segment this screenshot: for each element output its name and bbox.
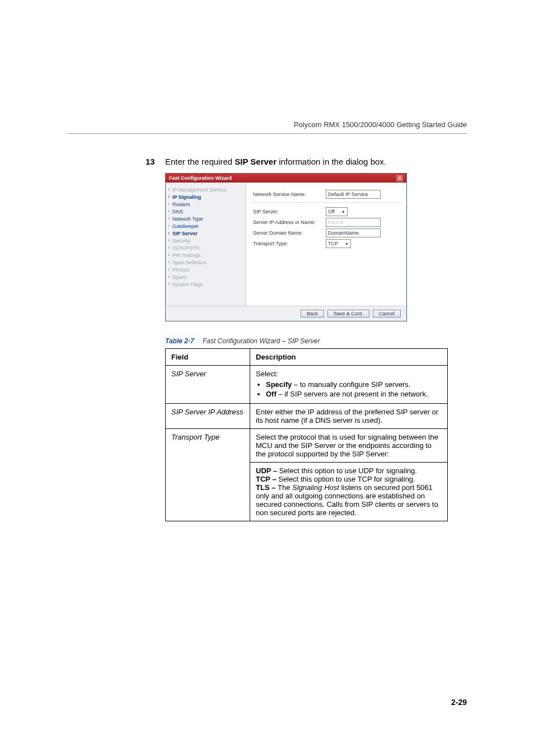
row1-field: SIP Server bbox=[166, 366, 250, 404]
step-instruction: Enter the required SIP Server informatio… bbox=[165, 157, 467, 166]
svc-name-input[interactable]: Default IP Service bbox=[326, 190, 381, 199]
row3-desc: Select the protocol that is used for sig… bbox=[250, 429, 448, 463]
nav-span-def[interactable]: Span Definition bbox=[168, 259, 243, 266]
cancel-button[interactable]: Cancel bbox=[373, 310, 401, 318]
step-text-post: information in the dialog box. bbox=[277, 157, 386, 166]
nav-sip-server[interactable]: SIP Server bbox=[168, 230, 243, 237]
nav-isdn[interactable]: ISDN/PSTN bbox=[168, 244, 243, 251]
row2-field: SIP Server IP Address bbox=[166, 404, 250, 429]
sip-server-select[interactable]: Off▼ bbox=[326, 207, 348, 216]
nav-security[interactable]: Security bbox=[168, 237, 243, 244]
nav-ip-mgmt[interactable]: IP Management Service bbox=[168, 186, 243, 193]
header-divider bbox=[67, 133, 467, 134]
nav-gatekeeper[interactable]: Gatekeeper bbox=[168, 222, 243, 230]
row1-select: Select: bbox=[256, 370, 278, 378]
row3-field: Transport Type bbox=[166, 429, 250, 521]
table-caption: Table 2-7 Fast Configuration Wizard – SI… bbox=[165, 337, 467, 345]
transport-select[interactable]: TCP▼ bbox=[326, 239, 351, 248]
transport-value: TCP bbox=[328, 241, 338, 246]
row3-tls-b: TLS – bbox=[256, 483, 278, 492]
row3-udp-b: UDP – bbox=[256, 466, 279, 475]
chevron-down-icon: ▼ bbox=[345, 242, 349, 246]
row1-specify-b: Specify bbox=[266, 380, 292, 389]
row3-tcp-b: TCP – bbox=[256, 475, 278, 483]
nav-ip-signaling[interactable]: IP Signaling bbox=[168, 193, 243, 200]
wizard-main: Network Service Name: Default IP Service… bbox=[246, 183, 406, 306]
nav-routers[interactable]: Routers bbox=[168, 200, 243, 208]
nav-dns[interactable]: DNS bbox=[168, 208, 243, 215]
nav-phones[interactable]: Phones bbox=[168, 266, 243, 273]
wizard-footer: Back Save & Cont. Cancel bbox=[166, 306, 406, 321]
header-guide-title: Polycom RMX 1500/2000/4000 Getting Start… bbox=[294, 120, 467, 129]
row1-off-b: Off bbox=[266, 390, 277, 398]
step-text-bold: SIP Server bbox=[235, 157, 277, 166]
sip-server-value: Off bbox=[328, 209, 335, 214]
wizard-nav: IP Management Service IP Signaling Route… bbox=[166, 183, 246, 306]
th-field: Field bbox=[166, 349, 250, 366]
row1-off-rest: – if SIP servers are not present in the … bbox=[277, 390, 428, 398]
page-number: 2-29 bbox=[451, 698, 467, 707]
row3-protocols: UDP – Select this option to use UDP for … bbox=[250, 463, 448, 521]
domain-label: Server Domain Name: bbox=[253, 230, 326, 236]
save-continue-button[interactable]: Save & Cont. bbox=[327, 310, 369, 318]
server-ip-input[interactable]: 0.0.0.0 bbox=[326, 218, 381, 227]
nav-network-type[interactable]: Network Type bbox=[168, 215, 243, 222]
close-icon[interactable]: × bbox=[396, 175, 403, 181]
row1-off: Off – if SIP servers are not present in … bbox=[266, 390, 442, 398]
row2-desc: Enter either the IP address of the prefe… bbox=[250, 404, 448, 429]
step-text-pre: Enter the required bbox=[165, 157, 235, 166]
wizard-titlebar: Fast Configuration Wizard × bbox=[166, 174, 406, 183]
chevron-down-icon: ▼ bbox=[341, 210, 345, 214]
nav-system-flags[interactable]: System Flags bbox=[168, 281, 243, 288]
step-number: 13 bbox=[146, 157, 155, 166]
server-ip-label: Server IP Address or Name: bbox=[253, 220, 326, 225]
back-button[interactable]: Back bbox=[301, 310, 324, 318]
table-caption-number: Table 2-7 bbox=[165, 337, 194, 345]
row3-udp-rest: Select this option to use UDP for signal… bbox=[279, 466, 417, 475]
row1-desc: Select: Specify – to manually configure … bbox=[250, 366, 448, 404]
row1-specify: Specify – to manually configure SIP serv… bbox=[266, 380, 442, 389]
nav-pri-settings[interactable]: PRI Settings bbox=[168, 251, 243, 259]
sip-server-label: SIP Server: bbox=[253, 209, 326, 214]
wizard-dialog: Fast Configuration Wizard × IP Managemen… bbox=[165, 173, 407, 321]
th-description: Description bbox=[250, 349, 448, 366]
wizard-title-label: Fast Configuration Wizard bbox=[169, 175, 232, 181]
table-caption-title: Fast Configuration Wizard – SIP Server bbox=[203, 337, 320, 345]
row1-specify-rest: – to manually configure SIP servers. bbox=[292, 380, 410, 389]
row3-tls-italic: Signaling Host bbox=[292, 483, 339, 492]
nav-spans[interactable]: Spans bbox=[168, 273, 243, 281]
transport-label: Transport Type: bbox=[253, 241, 326, 246]
svc-name-label: Network Service Name: bbox=[253, 192, 326, 197]
reference-table: Field Description SIP Server Select: Spe… bbox=[165, 348, 448, 521]
row3-tcp-rest: Select this option to use TCP for signal… bbox=[278, 475, 415, 483]
row3-tls-pre: The bbox=[278, 483, 292, 492]
domain-input[interactable]: DomainName bbox=[326, 228, 381, 237]
